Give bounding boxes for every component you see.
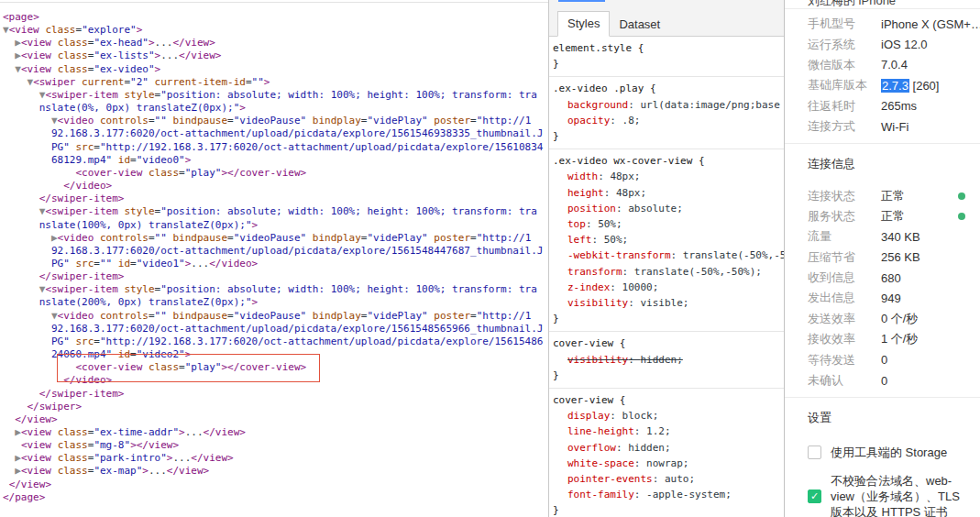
css-property[interactable]: width: 48px; xyxy=(553,169,780,184)
info-value: 正常 xyxy=(881,188,905,204)
elements-panel[interactable]: <page>▼<view class="explore"> ▶<view cla… xyxy=(0,0,548,517)
info-row: 发出信息949 xyxy=(785,288,980,308)
css-selector[interactable]: .ex-video wx-cover-view { xyxy=(553,153,780,169)
css-closing-brace: } xyxy=(553,502,780,517)
tree-line[interactable]: 24060.mp4" id="video2"> xyxy=(3,348,548,361)
info-row: 运行系统iOS 12.0 xyxy=(785,34,980,54)
tree-line[interactable]: 68129.mp4" id="video0"> xyxy=(3,154,548,167)
info-label: 未确认 xyxy=(808,372,881,389)
tree-line[interactable]: ▶<view class="ex-map">...</view> xyxy=(3,465,548,478)
info-label: 连接状态 xyxy=(808,188,881,204)
tree-line[interactable]: ▶<view class="ex-head">...</view> xyxy=(3,37,548,50)
tree-line[interactable]: </video> xyxy=(3,374,548,387)
css-selector[interactable]: cover-view { xyxy=(553,336,780,351)
css-selector[interactable]: .ex-video .play { xyxy=(553,81,780,96)
device-panel: 刘红梅的 iPhone 手机型号iPhone X (GSM+…运行系统iOS 1… xyxy=(784,0,980,517)
tree-line[interactable]: <cover-view class="play"></cover-view> xyxy=(3,167,548,180)
info-label: 发送效率 xyxy=(808,311,881,327)
tree-line[interactable]: </swiper-item> xyxy=(3,388,548,401)
css-property[interactable]: display: block; xyxy=(553,408,780,424)
tree-line[interactable]: nslate(200%, 0px) translateZ(0px);"> xyxy=(3,296,548,309)
tree-line[interactable]: ▼<swiper-item style="position: absolute;… xyxy=(3,89,548,102)
info-row: 连接方式Wi-Fi xyxy=(785,116,980,137)
css-closing-brace: } xyxy=(553,128,780,144)
tree-line[interactable]: ▶<view class="ex-lists">...</view> xyxy=(3,50,548,62)
settings-option[interactable]: ✓不校验合法域名、web-view（业务域名）、TLS 版本以及 HTTPS 证… xyxy=(785,467,980,517)
css-selector[interactable]: element.style { xyxy=(553,40,780,56)
tree-line[interactable]: ▼<swiper-item style="position: absolute;… xyxy=(3,205,548,218)
css-property[interactable]: height: 48px; xyxy=(553,185,780,201)
tree-line[interactable]: </page> xyxy=(3,491,548,504)
info-row: 基础库版本2.7.3 [260] xyxy=(785,75,980,95)
css-selector[interactable]: cover-view { xyxy=(553,392,780,408)
css-property[interactable]: left: 50%; xyxy=(553,232,780,248)
info-value: Wi-Fi xyxy=(881,120,908,134)
tree-line[interactable]: ▼<swiper current="2" current-item-id=""> xyxy=(3,76,548,89)
tree-line[interactable]: nslate(100%, 0px) translateZ(0px);"> xyxy=(3,219,548,232)
info-value: 949 xyxy=(881,292,901,305)
info-label: 基础库版本 xyxy=(808,77,881,94)
css-property[interactable]: visibility: visible; xyxy=(553,295,780,311)
css-property[interactable]: font-family: -apple-system; xyxy=(553,487,780,502)
tree-line[interactable]: ▶<view class="park-intro">...</view> xyxy=(3,452,548,465)
connection-header: 连接信息 xyxy=(785,143,980,181)
tree-line[interactable]: </view> xyxy=(3,478,548,491)
elements-tree[interactable]: <page>▼<view class="explore"> ▶<view cla… xyxy=(0,11,548,504)
css-rule: .ex-video .play {background: url(data:im… xyxy=(549,77,784,149)
tree-line[interactable]: PG" src="http://192.168.3.177:6020/oct-a… xyxy=(3,141,548,154)
info-row: 未确认0 xyxy=(785,370,980,390)
checkbox[interactable] xyxy=(808,446,821,459)
info-value: 0 xyxy=(881,374,887,388)
checkbox[interactable]: ✓ xyxy=(808,490,821,503)
css-property[interactable]: overflow: hidden; xyxy=(553,440,780,456)
tree-line[interactable]: 92.168.3.177:6020/oct-attachment/upload/… xyxy=(3,127,548,140)
css-property[interactable]: position: absolute; xyxy=(553,201,780,216)
tree-line[interactable]: <view class="mg-8"></view> xyxy=(3,439,548,452)
info-value: 340 KB xyxy=(881,230,920,244)
info-value: iOS 12.0 xyxy=(881,38,928,51)
css-closing-brace: } xyxy=(553,368,780,383)
tree-line[interactable]: ▶<view class="ex-time-addr">...</view> xyxy=(3,426,548,439)
tree-line[interactable]: </swiper> xyxy=(3,401,548,413)
tree-line[interactable]: </swiper-item> xyxy=(3,270,548,283)
tree-line[interactable]: 92.168.3.177:6020/oct-attachment/upload/… xyxy=(3,245,548,258)
tree-line[interactable]: nslate(0%, 0px) translateZ(0px);"> xyxy=(3,102,548,115)
info-row: 收到信息680 xyxy=(785,268,980,288)
css-property[interactable]: top: 50%; xyxy=(553,216,780,232)
css-property[interactable]: opacity: .8; xyxy=(553,113,780,128)
tree-line[interactable]: ▼<video controls="" bindpause="videoPaus… xyxy=(3,115,548,127)
info-row: 接收效率1 个/秒 xyxy=(785,329,980,349)
css-property[interactable]: transform: translate(-50%,-50%); xyxy=(553,264,780,280)
css-property[interactable]: line-height: 1.2; xyxy=(553,424,780,439)
tree-line[interactable]: </swiper-item> xyxy=(3,192,548,205)
css-property[interactable]: -webkit-transform: translate(-50%,-50%); xyxy=(553,248,780,263)
tree-line[interactable]: ▼<video controls="" bindpause="videoPaus… xyxy=(3,310,548,323)
tree-line[interactable]: <page> xyxy=(3,11,548,24)
css-property[interactable]: pointer-events: auto; xyxy=(553,471,780,487)
tree-line[interactable]: </view> xyxy=(3,413,548,426)
tree-line[interactable]: PG" src="http://192.168.3.177:6020/oct-a… xyxy=(3,336,548,348)
connection-rows: 连接状态正常服务状态正常流量340 KB压缩节省256 KB收到信息680发出信… xyxy=(785,181,980,397)
tree-line[interactable]: ▼<view class="explore"> xyxy=(3,24,548,37)
tree-line[interactable]: 92.168.3.177:6020/oct-attachment/upload/… xyxy=(3,323,548,336)
css-property[interactable]: z-index: 10000; xyxy=(553,280,780,295)
device-title: 刘红梅的 iPhone xyxy=(785,0,980,9)
device-info-rows: 手机型号iPhone X (GSM+…运行系统iOS 12.0微信版本7.0.4… xyxy=(785,9,980,143)
tree-line[interactable]: ▼<view class="ex-video"> xyxy=(3,63,548,76)
tree-line[interactable]: </video> xyxy=(3,180,548,192)
css-property[interactable]: background: url(data:image/png;base xyxy=(553,97,780,113)
tree-line[interactable]: ▼<swiper-item style="position: absolute;… xyxy=(3,283,548,296)
settings-options: 使用工具端的 Storage✓不校验合法域名、web-view（业务域名）、TL… xyxy=(785,434,980,517)
info-value: 256 KB xyxy=(881,250,920,264)
settings-option[interactable]: 使用工具端的 Storage xyxy=(785,438,980,467)
tree-line[interactable]: <cover-view class="play"></cover-view> xyxy=(3,361,548,374)
css-property[interactable]: visibility: hidden; xyxy=(553,352,780,368)
tab-dataset[interactable]: Dataset xyxy=(610,13,669,37)
css-property[interactable]: white-space: nowrap; xyxy=(553,456,780,471)
tab-styles[interactable]: Styles xyxy=(557,11,610,37)
tree-line[interactable]: ▶<video controls="" bindpause="videoPaus… xyxy=(3,232,548,245)
settings-option-label: 不校验合法域名、web-view（业务域名）、TLS 版本以及 HTTPS 证书 xyxy=(831,473,973,517)
tree-line[interactable]: PG" src="" id="video1">...</video> xyxy=(3,258,548,270)
info-label: 手机型号 xyxy=(808,16,881,32)
css-closing-brace: } xyxy=(553,56,780,72)
